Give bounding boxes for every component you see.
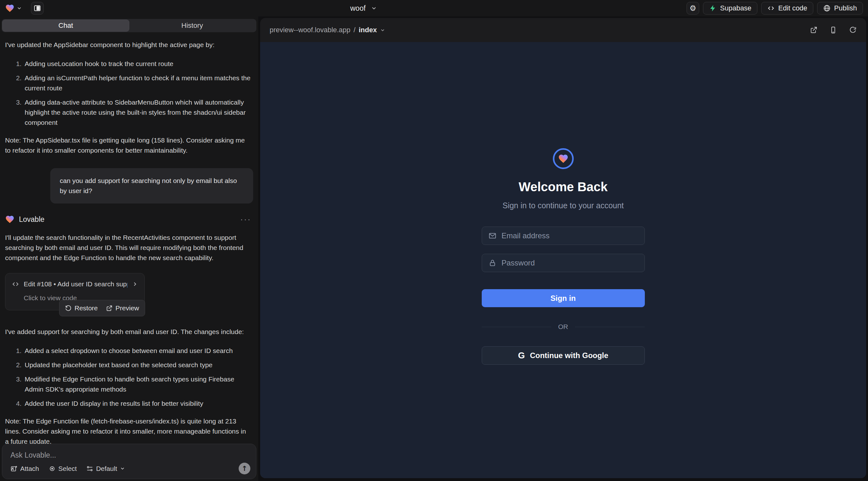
- list-item: Added the user ID display in the results…: [23, 398, 251, 409]
- code-icon: [12, 280, 19, 288]
- list-item: Adding an isCurrentPath helper function …: [23, 73, 251, 93]
- send-button[interactable]: ↑: [239, 463, 250, 474]
- preview-button[interactable]: Preview: [106, 303, 139, 313]
- chevron-down-icon: [380, 28, 385, 33]
- welcome-subtitle: Sign in to continue to your account: [503, 201, 624, 210]
- assistant-message-note: Note: The AppSidebar.tsx file is getting…: [5, 135, 250, 156]
- select-label: Select: [59, 465, 77, 473]
- project-chevron-down-icon: [371, 5, 377, 11]
- publish-button[interactable]: Publish: [817, 2, 863, 14]
- project-name: woof: [350, 4, 366, 13]
- google-label: Continue with Google: [530, 351, 608, 360]
- app-preview-area: Welcome Back Sign in to continue to your…: [260, 42, 866, 478]
- edit-card-actions: Restore Preview: [59, 300, 145, 316]
- restore-label: Restore: [74, 303, 98, 313]
- external-link-icon: [810, 26, 817, 34]
- heart-icon: [558, 153, 569, 164]
- list-item: Adding useLocation hook to track the cur…: [23, 59, 251, 69]
- project-menu-chevron-icon[interactable]: [17, 5, 22, 11]
- chevron-right-icon: [132, 281, 138, 287]
- or-divider: OR: [482, 323, 645, 330]
- preview-url-page: index: [359, 26, 377, 34]
- sliders-icon: [86, 465, 93, 472]
- arrow-up-icon: ↑: [242, 464, 247, 473]
- chat-message-list[interactable]: I've updated the AppSidebar component to…: [0, 35, 258, 457]
- assistant-message-note-2: Note: The Edge Function file (fetch-fire…: [5, 416, 250, 447]
- supabase-label: Supabase: [720, 4, 751, 12]
- assistant-message-list-2: Added a select dropdown to choose betwee…: [5, 346, 253, 409]
- tab-history[interactable]: History: [129, 20, 255, 31]
- select-button[interactable]: Select: [49, 465, 77, 473]
- refresh-icon: [849, 26, 857, 34]
- divider-label: OR: [558, 323, 568, 330]
- project-switcher[interactable]: woof: [350, 0, 377, 17]
- lovable-avatar-icon: [5, 215, 14, 224]
- select-target-icon: [49, 465, 56, 472]
- restore-button[interactable]: Restore: [65, 303, 98, 313]
- supabase-bolt-icon: [709, 4, 717, 12]
- smartphone-icon: [830, 26, 837, 34]
- mode-label: Default: [96, 465, 117, 473]
- list-item: Updated the placeholder text based on th…: [23, 360, 251, 370]
- mail-icon: [488, 232, 497, 240]
- mode-selector[interactable]: Default: [86, 465, 125, 473]
- message-menu-button[interactable]: ···: [240, 214, 253, 224]
- preview-url-separator: /: [354, 26, 355, 34]
- google-g-icon: G: [518, 351, 525, 361]
- panel-left-icon: [33, 4, 41, 12]
- divider-line: [575, 327, 645, 327]
- chat-history-tabs: Chat History: [2, 19, 256, 32]
- preview-label: Preview: [115, 303, 139, 313]
- assistant-message-intro-2: I'll update the search functionality in …: [5, 233, 250, 263]
- assistant-name: Lovable: [19, 214, 44, 224]
- code-icon: [767, 4, 775, 12]
- assistant-message-summary: I've added support for searching by both…: [5, 327, 250, 337]
- assistant-header: Lovable ···: [5, 214, 253, 224]
- attach-label: Attach: [20, 465, 39, 473]
- preview-panel: preview--woof.lovable.app / index: [260, 18, 866, 478]
- chat-input[interactable]: Ask Lovable...: [10, 451, 248, 459]
- preview-url-domain: preview--woof.lovable.app: [270, 26, 350, 34]
- restore-icon: [65, 305, 72, 312]
- lock-icon: [488, 259, 497, 267]
- google-sign-in-button[interactable]: G Continue with Google: [482, 346, 645, 365]
- divider-line: [482, 327, 551, 327]
- email-field[interactable]: Email address: [482, 227, 645, 245]
- assistant-message-intro: I've updated the AppSidebar component to…: [5, 40, 250, 50]
- assistant-message-list: Adding useLocation hook to track the cur…: [5, 59, 253, 128]
- tab-chat[interactable]: Chat: [3, 20, 129, 31]
- refresh-button[interactable]: [849, 26, 857, 34]
- globe-icon: [823, 4, 831, 12]
- preview-url-selector[interactable]: preview--woof.lovable.app / index: [270, 26, 385, 34]
- user-message-bubble: can you add support for searching not on…: [50, 168, 253, 203]
- password-field[interactable]: Password: [482, 254, 645, 272]
- open-in-new-tab-button[interactable]: [810, 26, 817, 34]
- attach-image-icon: [10, 465, 18, 472]
- external-link-icon: [106, 305, 113, 312]
- welcome-title: Welcome Back: [519, 180, 608, 194]
- password-placeholder: Password: [502, 258, 535, 267]
- edit-card[interactable]: Edit #108 • Add user ID search supp... C…: [5, 273, 145, 310]
- chat-panel: Chat History I've updated the AppSidebar…: [0, 17, 258, 481]
- app-logo-circle: [553, 148, 574, 169]
- publish-label: Publish: [834, 4, 857, 12]
- list-item: Modified the Edge Function to handle bot…: [23, 374, 251, 394]
- gear-icon: ⚙: [689, 4, 696, 13]
- preview-header: preview--woof.lovable.app / index: [260, 18, 866, 42]
- lovable-logo-icon[interactable]: [5, 3, 14, 13]
- supabase-button[interactable]: Supabase: [703, 2, 757, 14]
- sign-in-button[interactable]: Sign in: [482, 289, 645, 307]
- settings-button[interactable]: ⚙: [687, 2, 699, 14]
- edit-code-button[interactable]: Edit code: [761, 2, 813, 14]
- list-item: Adding data-active attribute to SidebarM…: [23, 97, 251, 128]
- attach-button[interactable]: Attach: [10, 465, 39, 473]
- top-bar: woof ⚙ Supabase Edit code Publish: [0, 0, 868, 17]
- email-placeholder: Email address: [502, 231, 550, 240]
- sign-in-card: Welcome Back Sign in to continue to your…: [482, 148, 645, 365]
- mobile-view-button[interactable]: [830, 26, 837, 34]
- list-item: Added a select dropdown to choose betwee…: [23, 346, 251, 356]
- sidebar-toggle-button[interactable]: [31, 2, 43, 14]
- composer[interactable]: Ask Lovable... Attach Select: [2, 444, 256, 479]
- edit-code-label: Edit code: [778, 4, 807, 12]
- chevron-down-icon: [120, 466, 125, 471]
